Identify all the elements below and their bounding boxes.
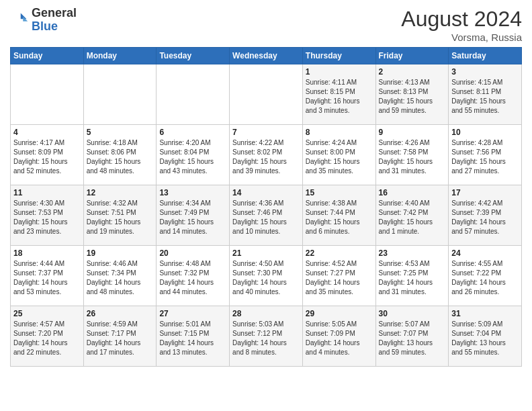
weekday-header-friday: Friday <box>375 48 449 64</box>
day-number: 3 <box>451 67 519 77</box>
day-number: 16 <box>379 188 446 197</box>
weekday-header-tuesday: Tuesday <box>157 48 230 64</box>
day-number: 13 <box>159 188 226 197</box>
logo-general-text: General <box>32 6 77 19</box>
calendar-cell: 27Sunrise: 5:01 AM Sunset: 7:15 PM Dayli… <box>157 306 230 367</box>
calendar-table: SundayMondayTuesdayWednesdayThursdayFrid… <box>10 47 522 367</box>
day-info: Sunrise: 4:15 AM Sunset: 8:11 PM Dayligh… <box>451 78 519 116</box>
day-info: Sunrise: 4:17 AM Sunset: 8:09 PM Dayligh… <box>13 138 81 176</box>
calendar-cell: 6Sunrise: 4:20 AM Sunset: 8:04 PM Daylig… <box>157 125 230 185</box>
calendar-cell: 2Sunrise: 4:13 AM Sunset: 8:13 PM Daylig… <box>375 64 449 125</box>
day-info: Sunrise: 4:13 AM Sunset: 8:13 PM Dayligh… <box>379 78 446 116</box>
day-number: 24 <box>451 248 519 258</box>
day-info: Sunrise: 4:55 AM Sunset: 7:22 PM Dayligh… <box>451 259 519 297</box>
day-info: Sunrise: 4:52 AM Sunset: 7:27 PM Dayligh… <box>306 259 373 297</box>
calendar-cell: 22Sunrise: 4:52 AM Sunset: 7:27 PM Dayli… <box>302 246 375 306</box>
day-number: 15 <box>306 188 373 197</box>
day-info: Sunrise: 5:07 AM Sunset: 7:07 PM Dayligh… <box>379 320 446 357</box>
day-number: 9 <box>379 128 446 137</box>
calendar-cell <box>11 64 84 125</box>
calendar-cell: 12Sunrise: 4:32 AM Sunset: 7:51 PM Dayli… <box>83 185 157 246</box>
weekday-header-row: SundayMondayTuesdayWednesdayThursdayFrid… <box>11 48 522 64</box>
day-info: Sunrise: 5:03 AM Sunset: 7:12 PM Dayligh… <box>232 320 300 357</box>
day-info: Sunrise: 4:11 AM Sunset: 8:15 PM Dayligh… <box>306 78 373 116</box>
day-info: Sunrise: 4:40 AM Sunset: 7:42 PM Dayligh… <box>379 199 446 236</box>
calendar-cell: 20Sunrise: 4:48 AM Sunset: 7:32 PM Dayli… <box>157 246 230 306</box>
day-info: Sunrise: 4:38 AM Sunset: 7:44 PM Dayligh… <box>306 199 373 236</box>
calendar-cell: 18Sunrise: 4:44 AM Sunset: 7:37 PM Dayli… <box>11 246 84 306</box>
calendar-cell: 30Sunrise: 5:07 AM Sunset: 7:07 PM Dayli… <box>375 306 449 367</box>
day-number: 30 <box>379 309 446 318</box>
day-info: Sunrise: 4:36 AM Sunset: 7:46 PM Dayligh… <box>232 199 300 236</box>
day-info: Sunrise: 4:30 AM Sunset: 7:53 PM Dayligh… <box>13 199 81 236</box>
calendar-cell <box>83 64 157 125</box>
day-number: 5 <box>87 128 154 137</box>
day-number: 2 <box>379 67 446 77</box>
day-info: Sunrise: 4:28 AM Sunset: 7:56 PM Dayligh… <box>451 138 519 176</box>
day-number: 1 <box>306 67 373 77</box>
calendar-cell: 28Sunrise: 5:03 AM Sunset: 7:12 PM Dayli… <box>230 306 303 367</box>
day-info: Sunrise: 5:09 AM Sunset: 7:04 PM Dayligh… <box>451 320 519 357</box>
day-info: Sunrise: 4:50 AM Sunset: 7:30 PM Dayligh… <box>232 259 300 297</box>
day-number: 11 <box>13 188 81 197</box>
calendar-cell <box>157 64 230 125</box>
calendar-cell: 29Sunrise: 5:05 AM Sunset: 7:09 PM Dayli… <box>302 306 375 367</box>
day-number: 7 <box>232 128 300 137</box>
calendar-week-3: 11Sunrise: 4:30 AM Sunset: 7:53 PM Dayli… <box>11 185 522 246</box>
day-info: Sunrise: 5:05 AM Sunset: 7:09 PM Dayligh… <box>306 320 373 357</box>
calendar-cell: 8Sunrise: 4:24 AM Sunset: 8:00 PM Daylig… <box>302 125 375 185</box>
weekday-header-sunday: Sunday <box>11 48 84 64</box>
calendar-week-5: 25Sunrise: 4:57 AM Sunset: 7:20 PM Dayli… <box>11 306 522 367</box>
day-number: 14 <box>232 188 300 197</box>
day-info: Sunrise: 4:32 AM Sunset: 7:51 PM Dayligh… <box>87 199 154 236</box>
day-number: 31 <box>451 309 519 318</box>
calendar-cell: 4Sunrise: 4:17 AM Sunset: 8:09 PM Daylig… <box>11 125 84 185</box>
day-number: 18 <box>13 248 81 258</box>
calendar-cell: 1Sunrise: 4:11 AM Sunset: 8:15 PM Daylig… <box>302 64 375 125</box>
day-info: Sunrise: 4:48 AM Sunset: 7:32 PM Dayligh… <box>159 259 226 297</box>
calendar-cell: 16Sunrise: 4:40 AM Sunset: 7:42 PM Dayli… <box>375 185 449 246</box>
calendar-cell: 15Sunrise: 4:38 AM Sunset: 7:44 PM Dayli… <box>302 185 375 246</box>
day-number: 21 <box>232 248 300 258</box>
day-info: Sunrise: 4:34 AM Sunset: 7:49 PM Dayligh… <box>159 199 226 236</box>
day-info: Sunrise: 4:53 AM Sunset: 7:25 PM Dayligh… <box>379 259 446 297</box>
location-subtitle: Vorsma, Russia <box>401 32 522 43</box>
calendar-week-2: 4Sunrise: 4:17 AM Sunset: 8:09 PM Daylig… <box>11 125 522 185</box>
logo-icon <box>10 11 29 30</box>
day-number: 12 <box>87 188 154 197</box>
day-info: Sunrise: 4:42 AM Sunset: 7:39 PM Dayligh… <box>451 199 519 236</box>
calendar-cell <box>230 64 303 125</box>
day-info: Sunrise: 4:44 AM Sunset: 7:37 PM Dayligh… <box>13 259 81 297</box>
day-number: 19 <box>87 248 154 258</box>
calendar-cell: 17Sunrise: 4:42 AM Sunset: 7:39 PM Dayli… <box>449 185 522 246</box>
day-number: 25 <box>13 309 81 318</box>
day-number: 23 <box>379 248 446 258</box>
day-number: 29 <box>306 309 373 318</box>
calendar-week-1: 1Sunrise: 4:11 AM Sunset: 8:15 PM Daylig… <box>11 64 522 125</box>
calendar-cell: 5Sunrise: 4:18 AM Sunset: 8:06 PM Daylig… <box>83 125 157 185</box>
day-number: 6 <box>159 128 226 137</box>
day-number: 27 <box>159 309 226 318</box>
weekday-header-wednesday: Wednesday <box>230 48 303 64</box>
calendar-cell: 24Sunrise: 4:55 AM Sunset: 7:22 PM Dayli… <box>449 246 522 306</box>
day-info: Sunrise: 4:22 AM Sunset: 8:02 PM Dayligh… <box>232 138 300 176</box>
day-number: 17 <box>451 188 519 197</box>
day-number: 4 <box>13 128 81 137</box>
calendar-cell: 23Sunrise: 4:53 AM Sunset: 7:25 PM Dayli… <box>375 246 449 306</box>
day-info: Sunrise: 4:26 AM Sunset: 7:58 PM Dayligh… <box>379 138 446 176</box>
weekday-header-monday: Monday <box>83 48 157 64</box>
calendar-cell: 19Sunrise: 4:46 AM Sunset: 7:34 PM Dayli… <box>83 246 157 306</box>
calendar-cell: 11Sunrise: 4:30 AM Sunset: 7:53 PM Dayli… <box>11 185 84 246</box>
calendar-cell: 13Sunrise: 4:34 AM Sunset: 7:49 PM Dayli… <box>157 185 230 246</box>
day-info: Sunrise: 4:20 AM Sunset: 8:04 PM Dayligh… <box>159 138 226 176</box>
page-header: General Blue August 2024 Vorsma, Russia <box>10 7 522 43</box>
calendar-cell: 10Sunrise: 4:28 AM Sunset: 7:56 PM Dayli… <box>449 125 522 185</box>
day-number: 26 <box>87 309 154 318</box>
day-number: 10 <box>451 128 519 137</box>
weekday-header-thursday: Thursday <box>302 48 375 64</box>
title-block: August 2024 Vorsma, Russia <box>401 7 522 43</box>
day-info: Sunrise: 4:57 AM Sunset: 7:20 PM Dayligh… <box>13 320 81 357</box>
logo: General Blue <box>10 7 77 34</box>
logo-blue-text: Blue <box>32 19 58 33</box>
calendar-week-4: 18Sunrise: 4:44 AM Sunset: 7:37 PM Dayli… <box>11 246 522 306</box>
